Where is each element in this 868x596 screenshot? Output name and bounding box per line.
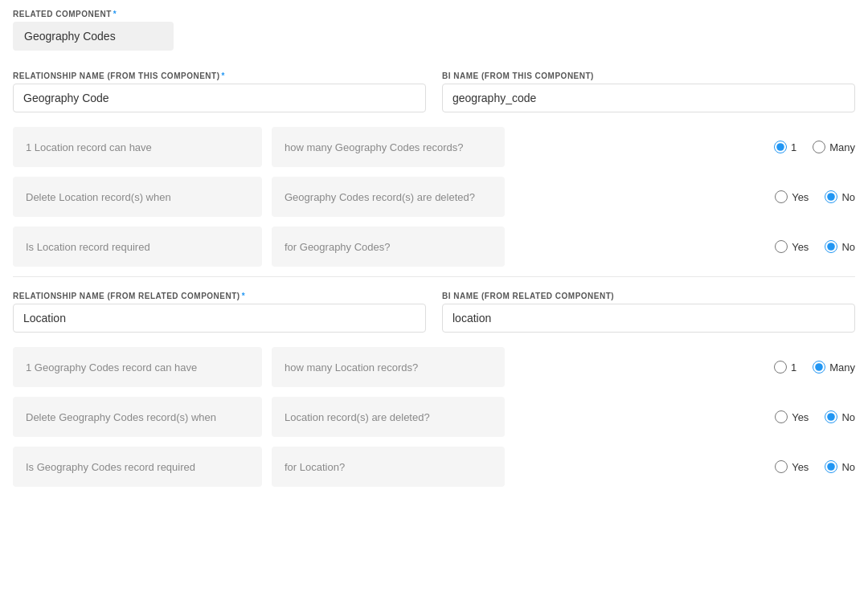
row3-radio-no[interactable]	[825, 240, 837, 253]
row5-option-no[interactable]: No	[825, 410, 855, 423]
row3-option-yes[interactable]: Yes	[775, 240, 809, 253]
row6-option-yes[interactable]: Yes	[775, 460, 809, 473]
row3-label-no: No	[841, 241, 855, 253]
row1-radio-1[interactable]	[774, 141, 787, 153]
row6-right-label: for Location?	[272, 447, 505, 487]
row3-option-no[interactable]: No	[825, 240, 855, 253]
row4-option-1[interactable]: 1	[774, 361, 796, 374]
row2-radio-no[interactable]	[825, 190, 837, 203]
row5-left-label: Delete Geography Codes record(s) when	[13, 397, 262, 437]
row5-label-yes: Yes	[792, 411, 809, 423]
row5-right-label: Location record(s) are deleted?	[272, 397, 505, 437]
row4-left-label: 1 Geography Codes record can have	[13, 347, 262, 387]
row1-right-label: how many Geography Codes records?	[272, 127, 505, 167]
bi-name-related-input[interactable]	[442, 304, 855, 333]
row3-left-label: Is Location record required	[13, 227, 262, 267]
row2-option-no[interactable]: No	[825, 190, 855, 203]
row1-label-many: Many	[829, 141, 855, 153]
row3-label-yes: Yes	[792, 241, 809, 253]
related-component-label: RELATED COMPONENT*	[13, 10, 855, 18]
row5-label-no: No	[841, 411, 855, 423]
row1-left-label: 1 Location record can have	[13, 127, 262, 167]
row1-option-1[interactable]: 1	[774, 141, 796, 153]
row2-option-yes[interactable]: Yes	[775, 190, 809, 203]
bi-name-from-group: BI NAME (FROM THIS COMPONENT)	[442, 71, 855, 112]
row4-option-many[interactable]: Many	[813, 361, 855, 374]
row4-right-label: how many Location records?	[272, 347, 505, 387]
row2-radio-yes[interactable]	[775, 190, 788, 203]
row6-option-no[interactable]: No	[825, 460, 855, 473]
row3-right-label: for Geography Codes?	[272, 227, 505, 267]
relationship-related-input[interactable]	[13, 304, 426, 333]
row3-radio-yes[interactable]	[775, 240, 788, 253]
relationship-related-group: RELATIONSHIP NAME (FROM RELATED COMPONEN…	[13, 292, 426, 333]
required-from-row: Is Location record required for Geograph…	[13, 227, 855, 267]
row6-left-label: Is Geography Codes record required	[13, 447, 262, 487]
bi-name-from-label: BI NAME (FROM THIS COMPONENT)	[442, 71, 855, 80]
related-component-value: Geography Codes	[13, 22, 174, 51]
relationship-from-label: RELATIONSHIP NAME (FROM THIS COMPONENT)*	[13, 71, 426, 80]
section-divider	[13, 276, 855, 277]
bi-name-from-input[interactable]	[442, 84, 855, 112]
required-related-row: Is Geography Codes record required for L…	[13, 447, 855, 487]
required-star: *	[113, 10, 117, 18]
row2-label-yes: Yes	[792, 191, 809, 203]
row2-label-no: No	[841, 191, 855, 203]
row5-option-yes[interactable]: Yes	[775, 410, 809, 423]
relationship-related-label: RELATIONSHIP NAME (FROM RELATED COMPONEN…	[13, 292, 426, 300]
row5-radio-yes[interactable]	[775, 410, 788, 423]
row6-label-yes: Yes	[792, 461, 809, 473]
cardinality-related-row: 1 Geography Codes record can have how ma…	[13, 347, 855, 387]
delete-related-row: Delete Geography Codes record(s) when Lo…	[13, 397, 855, 437]
row2-left-label: Delete Location record(s) when	[13, 177, 262, 217]
row1-option-many[interactable]: Many	[813, 141, 855, 153]
bi-name-related-group: BI NAME (FROM RELATED COMPONENT)	[442, 292, 855, 333]
row4-label-1: 1	[791, 361, 796, 374]
row4-label-many: Many	[829, 361, 855, 374]
row6-radio-yes[interactable]	[775, 460, 788, 473]
delete-from-row: Delete Location record(s) when Geography…	[13, 177, 855, 217]
row1-label-1: 1	[791, 141, 796, 153]
relationship-from-input[interactable]	[13, 84, 426, 112]
row6-label-no: No	[841, 461, 855, 473]
row4-radio-1[interactable]	[774, 361, 787, 374]
row5-radio-no[interactable]	[825, 410, 837, 423]
row4-radio-many[interactable]	[813, 361, 825, 374]
cardinality-from-row: 1 Location record can have how many Geog…	[13, 127, 855, 167]
bi-name-related-label: BI NAME (FROM RELATED COMPONENT)	[442, 292, 855, 300]
row2-right-label: Geography Codes record(s) are deleted?	[272, 177, 505, 217]
relationship-from-group: RELATIONSHIP NAME (FROM THIS COMPONENT)*	[13, 71, 426, 112]
row1-radio-many[interactable]	[813, 141, 825, 153]
row6-radio-no[interactable]	[825, 460, 837, 473]
